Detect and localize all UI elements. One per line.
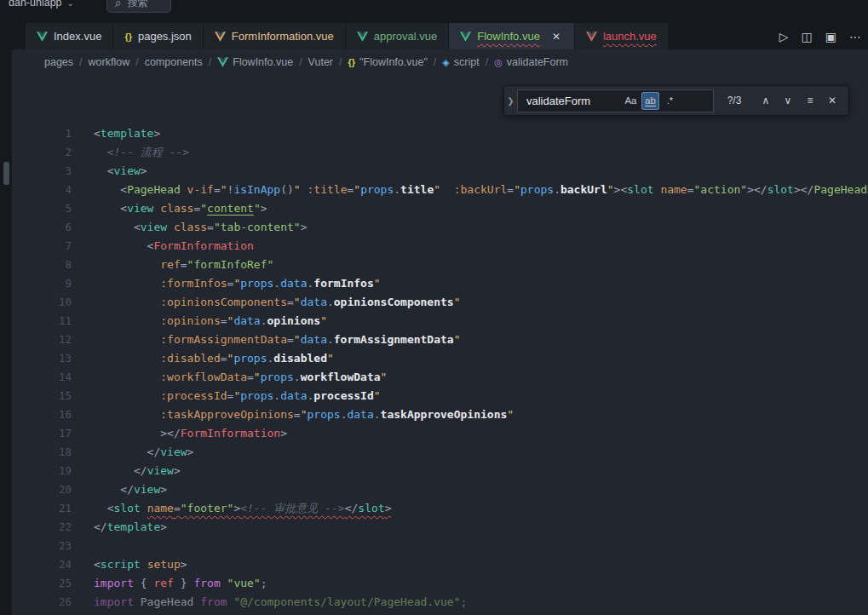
close-find-button[interactable]: ✕ [825, 95, 839, 106]
code-editor[interactable]: ❯ Aa ab .* ?/3 ∧ ∨ ≡ ✕ 1<template>2 <!--… [12, 75, 868, 615]
code-token: import [94, 595, 134, 608]
code-token: :taskApproveOpinions [160, 408, 294, 421]
code-token: slot [767, 183, 794, 196]
find-input[interactable] [525, 94, 620, 108]
code-line-16[interactable]: 16 :taskApproveOpinions="props.data.task… [12, 405, 868, 424]
code-token: v-if [187, 183, 214, 196]
tab-approval.vue[interactable]: approval.vue [346, 23, 449, 49]
code-text: <script setup> [87, 555, 187, 574]
close-tab-icon[interactable]: ✕ [549, 31, 563, 43]
tab-launch.vue[interactable]: launch.vue [575, 23, 669, 49]
code-line-25[interactable]: 25import { ref } from "vue"; [12, 574, 868, 593]
code-line-2[interactable]: 2 <!-- 流程 --> [12, 143, 868, 162]
code-token: :backUrl [454, 183, 508, 196]
breadcrumb-item-pages[interactable]: pages [44, 56, 73, 68]
code-line-22[interactable]: 22</template> [12, 518, 868, 537]
vue-file-icon [460, 32, 471, 42]
run-button[interactable]: ▷ [779, 30, 789, 43]
breadcrumb-item-FlowInfo.vue[interactable]: {}"FlowInfo.vue" [348, 56, 428, 68]
activity-bar-item[interactable] [3, 162, 9, 185]
code-line-13[interactable]: 13 :disabled="props.disabled" [12, 349, 868, 368]
code-text: <PageHead v-if="!isInApp()" :title="prop… [87, 181, 868, 199]
breadcrumb-item-workflow[interactable]: workflow [89, 56, 130, 68]
code-token: = [214, 183, 221, 196]
code-token: class [174, 221, 207, 233]
chevron-down-icon: ⌄ [67, 0, 74, 8]
code-line-7[interactable]: 7 <FormInformation [12, 237, 868, 256]
vue-file-icon [357, 32, 368, 42]
code-line-18[interactable]: 18 </view> [12, 443, 868, 462]
code-token [134, 595, 141, 608]
code-text: :disabled="props.disabled" [87, 349, 334, 368]
code-text: </view> [87, 443, 193, 462]
line-number: 6 [12, 218, 87, 237]
tab-pages.json[interactable]: {}pages.json [113, 23, 203, 49]
code-line-20[interactable]: 20 </view> [12, 480, 868, 499]
code-line-3[interactable]: 3 <view> [12, 162, 868, 181]
code-line-15[interactable]: 15 :processId="props.data.processId" [12, 387, 868, 405]
code-token: taskApproveOpinions [381, 408, 508, 421]
editor-group: Index.vue{}pages.jsonFormInformation.vue… [12, 15, 868, 615]
code-token: " [454, 296, 461, 308]
tab-FormInformation.vue[interactable]: FormInformation.vue [204, 23, 346, 49]
code-text: </view> [87, 462, 181, 480]
code-line-5[interactable]: 5 <view class="content"> [12, 199, 868, 218]
code-token: :formAssignmentData [160, 333, 287, 346]
app-menu[interactable]: dan-uniapp ⌄ [3, 0, 79, 10]
code-token: > [160, 483, 167, 496]
breadcrumb-item-components[interactable]: components [145, 56, 203, 68]
code-line-11[interactable]: 11 :opinions="data.opinions" [12, 312, 868, 330]
next-match-button[interactable]: ∨ [781, 95, 795, 106]
regex-button[interactable]: .* [661, 92, 679, 110]
line-number: 3 [12, 162, 87, 181]
code-line-24[interactable]: 24<script setup> [12, 555, 868, 574]
whole-word-button[interactable]: ab [641, 92, 659, 110]
breadcrumb-item-FlowInfo.vue[interactable]: FlowInfo.vue [217, 56, 293, 68]
code-line-23[interactable]: 23 [12, 537, 868, 555]
code-token: props [233, 352, 267, 365]
code-token: > [187, 445, 194, 458]
code-token [94, 258, 160, 271]
code-token: formAssignmentData [334, 333, 454, 346]
find-collapse-toggle[interactable]: ❯ [504, 86, 517, 115]
command-center-search[interactable]: ⌕ 搜索 [106, 0, 171, 13]
code-token: formInfos [313, 277, 373, 290]
code-line-17[interactable]: 17 ></FormInformation> [12, 424, 868, 443]
code-token: > [153, 127, 160, 140]
code-line-1[interactable]: 1<template> [12, 124, 868, 143]
code-line-6[interactable]: 6 <view class="tab-content"> [12, 218, 868, 237]
code-line-4[interactable]: 4 <PageHead v-if="!isInApp()" :title="pr… [12, 181, 868, 199]
tab-FlowInfo.vue[interactable]: FlowInfo.vue✕ [449, 23, 575, 49]
code-token: </ [345, 502, 359, 514]
code-line-14[interactable]: 14 :workflowData="props.workflowData" [12, 368, 868, 387]
more-actions-button[interactable]: ⋯ [849, 30, 861, 43]
line-number: 18 [12, 443, 87, 462]
code-token: < [94, 502, 113, 514]
layout-button[interactable]: ▣ [825, 30, 836, 43]
code-line-9[interactable]: 9 :formInfos="props.data.formInfos" [12, 274, 868, 293]
code-token: template [107, 520, 161, 533]
breadcrumb-item-script[interactable]: ◈script [442, 56, 479, 68]
code-token: ref [160, 258, 180, 271]
previous-match-button[interactable]: ∧ [759, 95, 773, 106]
match-case-button[interactable]: Aa [622, 92, 640, 110]
code-token: = [507, 183, 514, 196]
split-editor-button[interactable]: ◫ [802, 30, 813, 43]
code-line-26[interactable]: 26import PageHead from "@/components/lay… [12, 593, 868, 612]
code-line-21[interactable]: 21 <slot name="footer"><!-- 审批意见 --></sl… [12, 499, 868, 518]
code-line-12[interactable]: 12 :formAssignmentData="data.formAssignm… [12, 330, 868, 349]
code-token: "@/components/layout/PageHead.vue" [233, 595, 460, 608]
tab-label: approval.vue [374, 30, 437, 43]
code-line-10[interactable]: 10 :opinionsComponents="data.opinionsCom… [12, 293, 868, 312]
tab-Index.vue[interactable]: Index.vue [26, 23, 113, 49]
code-token: ></ [94, 427, 181, 440]
code-line-8[interactable]: 8 ref="formInfoRef" [12, 256, 868, 274]
code-line-19[interactable]: 19 </view> [12, 462, 868, 480]
code-token: </ [94, 520, 107, 533]
code-token: < [94, 239, 153, 252]
breadcrumb-item-Vuter[interactable]: Vuter [308, 56, 333, 68]
find-in-selection-button[interactable]: ≡ [803, 95, 817, 106]
breadcrumb-item-validateForm[interactable]: ◎validateForm [494, 56, 568, 68]
find-input-box: Aa ab .* [517, 89, 714, 112]
code-token: " [254, 202, 261, 215]
